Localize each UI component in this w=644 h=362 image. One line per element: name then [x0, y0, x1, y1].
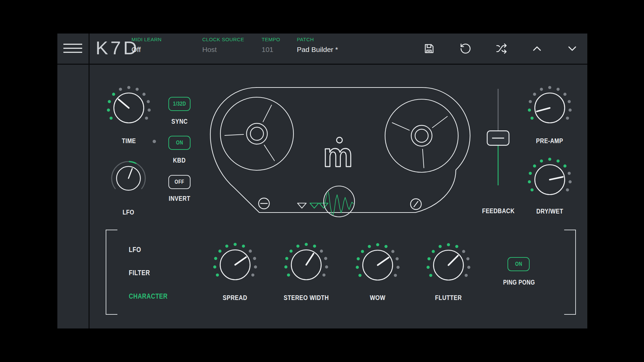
random-patch-button[interactable] — [494, 41, 509, 56]
chevron-down-icon — [566, 43, 578, 55]
tap-head-triangle-icon — [310, 203, 319, 208]
stereo-width-knob[interactable] — [282, 240, 331, 289]
tab-lfo[interactable]: LFO — [129, 245, 144, 254]
right-screw-icon — [411, 199, 421, 209]
svg-text:m: m — [323, 136, 353, 174]
tab-character[interactable]: CHARACTER — [129, 292, 177, 301]
ping-pong-label: PING PONG — [482, 279, 556, 286]
tab-filter[interactable]: FILTER — [129, 268, 155, 277]
feedback-slider[interactable] — [485, 88, 512, 189]
midi-learn-label: MIDI LEARN — [131, 37, 162, 42]
kbd-toggle-button[interactable]: ON — [168, 136, 191, 150]
left-screw-icon — [259, 198, 269, 209]
panel-bracket-right — [564, 230, 576, 315]
drywet-label: DRY/WET — [513, 207, 587, 215]
ping-pong-toggle-button[interactable]: ON — [507, 257, 530, 271]
clock-source-field: CLOCK SOURCE Host — [202, 37, 244, 54]
preamp-knob[interactable] — [525, 83, 574, 132]
midi-learn-field: MIDI LEARN Off — [131, 37, 162, 54]
brand-m-logo: m — [323, 136, 353, 174]
sync-value-button[interactable]: 1/32D — [168, 97, 191, 111]
sidebar-divider — [89, 34, 90, 328]
wow-knob[interactable] — [353, 241, 402, 290]
flutter-knob[interactable] — [424, 241, 473, 290]
stereo-width-label: STEREO WIDTH — [269, 294, 343, 302]
mod-indicator-dot — [153, 140, 156, 143]
tempo-value[interactable]: 101 — [262, 46, 280, 54]
tempo-field: TEMPO 101 — [262, 37, 280, 54]
waveform-trace — [324, 189, 354, 216]
preamp-label: PRE-AMP — [513, 137, 587, 145]
topbar-divider — [57, 64, 587, 65]
wow-label: WOW — [341, 294, 415, 302]
next-patch-button[interactable] — [565, 41, 580, 56]
flutter-label: FLUTTER — [412, 294, 485, 302]
app-window: K7D MIDI LEARN Off CLOCK SOURCE Host TEM… — [57, 34, 587, 328]
undo-button[interactable] — [458, 41, 473, 56]
spread-label: SPREAD — [198, 294, 272, 302]
panel-bracket-left — [106, 230, 117, 315]
chevron-up-icon — [531, 43, 543, 55]
undo-icon — [460, 43, 472, 55]
spread-knob[interactable] — [211, 240, 260, 289]
left-reel — [220, 97, 293, 170]
patch-field: PATCH Pad Builder * — [297, 37, 338, 54]
clock-source-value[interactable]: Host — [202, 46, 244, 54]
drywet-knob[interactable] — [525, 155, 574, 204]
tape-deck-graphic: m — [205, 82, 477, 225]
lfo-amount-label: LFO — [92, 208, 165, 216]
right-reel — [385, 99, 458, 172]
menu-button[interactable] — [63, 41, 83, 56]
save-icon — [423, 43, 435, 55]
midi-learn-value[interactable]: Off — [131, 46, 162, 54]
lfo-knob[interactable] — [109, 159, 148, 198]
clock-source-label: CLOCK SOURCE — [202, 37, 244, 42]
tempo-label: TEMPO — [262, 37, 280, 42]
shuffle-icon — [496, 43, 508, 55]
save-button[interactable] — [421, 41, 437, 56]
patch-value[interactable]: Pad Builder * — [297, 46, 338, 54]
playhead-triangle-icon — [298, 203, 306, 208]
previous-patch-button[interactable] — [529, 41, 545, 56]
invert-toggle-button[interactable]: OFF — [168, 175, 191, 189]
patch-label: PATCH — [297, 37, 338, 42]
tape-position-indicators — [298, 203, 328, 208]
hamburger-icon — [63, 43, 83, 53]
